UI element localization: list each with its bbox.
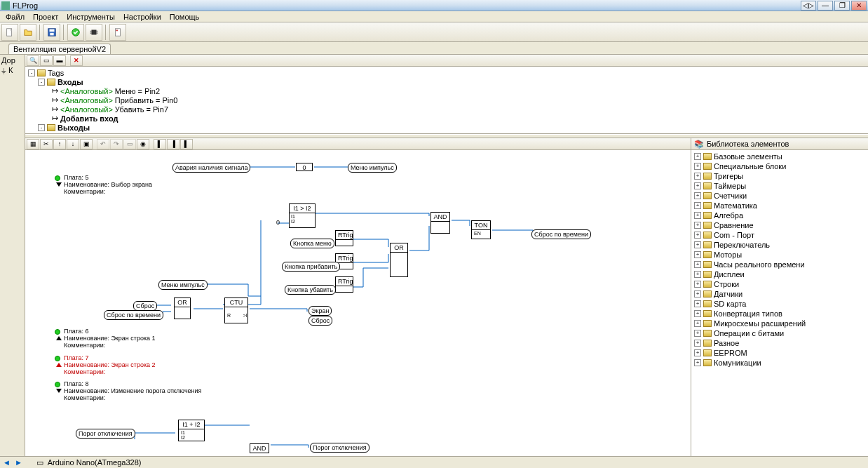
expand-icon[interactable]: + — [694, 173, 701, 180]
expand-icon[interactable]: + — [694, 251, 701, 258]
block-reset-time[interactable]: Сброс по времени — [104, 310, 163, 320]
expand-icon[interactable]: + — [694, 320, 701, 327]
block-reset[interactable]: Сброс — [133, 301, 157, 311]
diag-btn-10[interactable]: ▌ — [154, 139, 166, 149]
tags-tool-2[interactable]: ▭ — [40, 55, 53, 66]
library-item[interactable]: +Математика — [694, 201, 865, 210]
block-rtrig-1-body[interactable] — [335, 239, 353, 246]
tags-tool-3[interactable]: ▬ — [53, 55, 66, 66]
window-extra-button[interactable]: ◁▷ — [801, 1, 816, 11]
block-btn-sub[interactable]: Кнопка убавить — [285, 285, 336, 295]
expand-icon[interactable]: + — [694, 300, 701, 307]
block-or-1[interactable]: OR — [174, 297, 191, 307]
menu-tools[interactable]: Инструменты — [62, 13, 119, 21]
new-file-button[interactable] — [1, 24, 18, 41]
document-tab[interactable]: Вентиляция сервернойV2 — [8, 44, 111, 54]
library-item[interactable]: +Алгебра — [694, 210, 865, 220]
tag-input-item[interactable]: <Аналоговый> — [60, 96, 113, 105]
block-ton-body[interactable]: EN — [471, 229, 491, 239]
expand-icon[interactable]: + — [694, 241, 701, 248]
block-comparator-body[interactable]: I1I2 — [289, 213, 316, 228]
diagram-canvas[interactable]: Авария наличия сигнала 0 Меню импульс Пл… — [25, 150, 691, 456]
tree-inputs-node[interactable]: Входы — [57, 78, 83, 86]
expand-icon[interactable]: + — [694, 163, 701, 170]
block-or-1-body[interactable] — [174, 307, 191, 319]
diag-btn-7[interactable]: ↷ — [110, 139, 123, 149]
tree-outputs-node[interactable]: Выходы — [57, 123, 90, 132]
diag-btn-9[interactable]: ◉ — [137, 139, 149, 149]
menu-settings[interactable]: Настройки — [119, 13, 165, 21]
block-alarm[interactable]: Авария наличия сигнала — [172, 163, 250, 173]
tag-input-item[interactable]: <Аналоговый> — [60, 105, 113, 114]
block-porog-2[interactable]: Порог отключения — [310, 443, 369, 453]
expand-icon[interactable]: + — [694, 232, 701, 239]
diag-btn-2[interactable]: ✂ — [40, 139, 53, 149]
block-and-2[interactable]: AND — [250, 443, 269, 453]
expand-icon[interactable]: + — [694, 330, 701, 337]
library-item[interactable]: +EEPROM — [694, 348, 865, 358]
block-reset-time-2[interactable]: Сброс по времени — [531, 229, 591, 239]
library-item[interactable]: +Датчики — [694, 289, 865, 299]
diag-btn-4[interactable]: ↓ — [67, 139, 79, 149]
expand-icon[interactable]: - — [38, 124, 45, 131]
tree-root-tags[interactable]: Tags — [48, 69, 64, 77]
diag-btn-8[interactable]: ▭ — [123, 139, 136, 149]
diag-btn-6[interactable]: ↶ — [97, 139, 109, 149]
expand-icon[interactable]: + — [694, 153, 701, 160]
expand-icon[interactable]: + — [694, 212, 701, 219]
library-item[interactable]: +SD карта — [694, 299, 865, 309]
block-or-2[interactable]: OR — [390, 243, 408, 253]
expand-icon[interactable]: + — [694, 281, 701, 288]
tags-tree[interactable]: -Tags -Входы ↦ <Аналоговый> Меню = Pin2 … — [25, 67, 868, 134]
expand-icon[interactable]: + — [694, 271, 701, 278]
open-file-button[interactable] — [20, 24, 36, 41]
library-item[interactable]: +Комуникации — [694, 358, 865, 368]
block-menu-impulse-2[interactable]: Меню импульс — [158, 280, 208, 290]
library-item[interactable]: +Базовые элементы — [694, 152, 865, 161]
library-item[interactable]: +Тригеры — [694, 171, 865, 181]
library-item[interactable]: +Com - Порт — [694, 230, 865, 240]
status-nav-right[interactable]: ► — [15, 458, 22, 467]
block-rtrig-3[interactable]: RTrig — [335, 276, 353, 286]
expand-icon[interactable]: + — [694, 359, 701, 366]
block-sum-body[interactable]: I1I2 — [178, 429, 205, 441]
block-pass[interactable]: 0 — [296, 163, 313, 171]
block-menu-impulse[interactable]: Меню импульс — [348, 163, 397, 173]
expand-icon[interactable]: + — [694, 222, 701, 229]
block-comparator[interactable]: I1 > I2 — [289, 203, 316, 213]
library-item[interactable]: +Микросхемы расширений — [694, 319, 865, 328]
close-button[interactable]: ✕ — [851, 1, 867, 11]
expand-icon[interactable]: + — [694, 182, 701, 189]
block-or-2-body[interactable] — [390, 252, 408, 277]
compile-button[interactable] — [67, 24, 84, 41]
save-button[interactable] — [43, 24, 60, 41]
expand-icon[interactable]: + — [694, 310, 701, 317]
collapse-icon[interactable]: - — [28, 69, 35, 76]
maximize-button[interactable]: ❐ — [834, 1, 850, 11]
library-item[interactable]: +Таймеры — [694, 181, 865, 191]
expand-icon[interactable]: + — [694, 290, 701, 297]
library-item[interactable]: +Часы реального времени — [694, 260, 865, 269]
tool-button[interactable] — [109, 24, 126, 41]
library-item[interactable]: +Переключатель — [694, 240, 865, 250]
tags-delete-button[interactable]: ✕ — [70, 55, 83, 66]
library-item[interactable]: +Дисплеи — [694, 269, 865, 279]
block-rtrig-3-body[interactable] — [335, 286, 353, 293]
library-item[interactable]: +Строки — [694, 279, 865, 289]
status-nav-left[interactable]: ◄ — [3, 458, 11, 467]
menu-file[interactable]: Файл — [1, 13, 29, 21]
upload-button[interactable] — [86, 24, 102, 41]
diag-btn-3[interactable]: ↑ — [53, 139, 66, 149]
menu-help[interactable]: Помощь — [165, 13, 204, 21]
block-porog-1[interactable]: Порог отключения — [76, 429, 135, 439]
expand-icon[interactable]: + — [694, 261, 701, 268]
left-nav-item[interactable]: Дор — [1, 56, 23, 65]
library-item[interactable]: +Счетчики — [694, 191, 865, 201]
minimize-button[interactable]: — — [818, 1, 833, 11]
tree-add-input[interactable]: Добавить вход — [60, 114, 118, 123]
library-item[interactable]: +Сравнение — [694, 220, 865, 230]
tags-tool-1[interactable]: 🔍 — [27, 55, 39, 66]
block-and-body[interactable] — [430, 221, 450, 234]
block-ctu-body[interactable]: R >I — [224, 307, 248, 323]
library-item[interactable]: +Специальные блоки — [694, 161, 865, 171]
